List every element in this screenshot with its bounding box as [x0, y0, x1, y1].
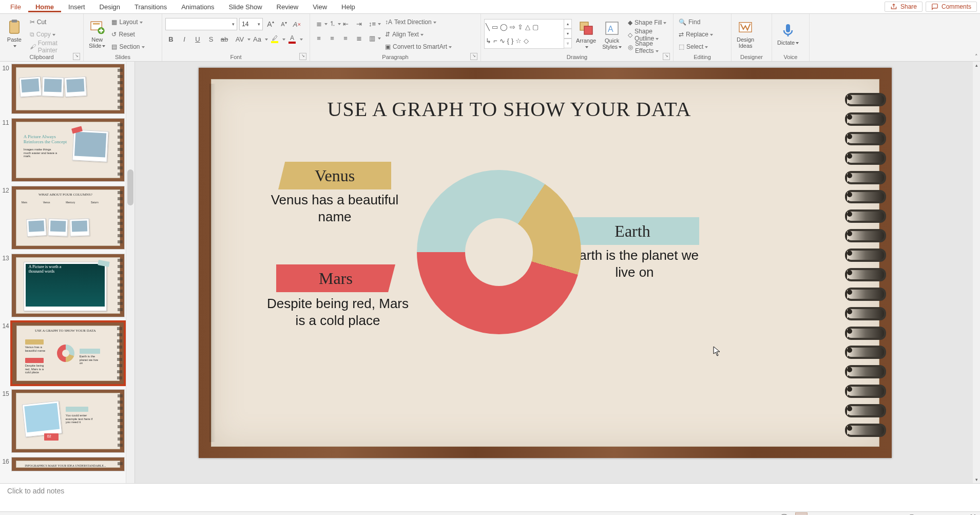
section-button[interactable]: ▤ Section — [109, 42, 146, 52]
view-slideshow-button[interactable]: ▷ — [835, 512, 848, 515]
tab-transitions[interactable]: Transitions — [127, 1, 174, 12]
earth-label-tape[interactable]: Earth — [566, 217, 699, 245]
line-spacing-button[interactable]: ↕≡ — [367, 18, 378, 29]
thumbs-scrollbar[interactable] — [126, 62, 134, 483]
tab-animations[interactable]: Animations — [174, 1, 221, 12]
shape-outline-button[interactable]: ◇ Shape Outline — [626, 30, 670, 40]
thumb-slide-15[interactable]: You could enter example text here if you… — [11, 389, 125, 453]
mars-label-tape[interactable]: Mars — [276, 264, 395, 292]
slide-title[interactable]: USE A GRAPH TO SHOW YOUR DATA — [212, 97, 807, 121]
tab-home[interactable]: Home — [28, 1, 61, 12]
justify-button[interactable]: ≣ — [353, 32, 364, 44]
gallery-scroll-down[interactable]: ▾ — [564, 29, 572, 39]
tab-file[interactable]: File — [3, 1, 28, 12]
strikethrough-button[interactable]: ab — [219, 33, 230, 45]
shape-fill-button[interactable]: ◆ Shape Fill — [626, 17, 670, 28]
reset-button[interactable]: ↺ Reset — [109, 29, 146, 40]
decrease-indent-button[interactable]: ⇤ — [340, 18, 351, 29]
quick-styles-button[interactable]: A Quick Styles — [600, 16, 624, 52]
thumb-slide-16[interactable]: INFOGRAPHICS MAKE YOUR IDEA UNDERSTANDAB… — [11, 457, 125, 471]
bold-button[interactable]: B — [165, 33, 177, 45]
clear-formatting-button[interactable]: A⨯ — [292, 18, 303, 30]
highlight-button[interactable]: 🖊 — [267, 33, 282, 45]
numbering-button[interactable]: ⒈ — [326, 18, 338, 29]
earth-description[interactable]: Earth is the planet we live on — [563, 247, 706, 280]
format-painter-button[interactable]: 🖌 Format Painter — [28, 42, 80, 52]
tab-slideshow[interactable]: Slide Show — [221, 1, 269, 12]
thumb-number: 13 — [0, 254, 9, 262]
arrange-button[interactable]: Arrange — [574, 16, 598, 52]
cut-button[interactable]: ✂ Cut — [28, 17, 80, 27]
align-left-button[interactable]: ≡ — [313, 32, 324, 44]
bullets-button[interactable]: ≣ — [313, 18, 324, 29]
venus-label-tape[interactable]: Venus — [278, 162, 391, 189]
italic-button[interactable]: I — [179, 33, 190, 45]
view-reading-button[interactable]: ▭ — [822, 512, 834, 515]
earth-label: Earth — [614, 222, 650, 241]
gallery-scroll-up[interactable]: ▴ — [564, 19, 572, 29]
select-button[interactable]: ⬚ Select — [677, 42, 715, 52]
font-name-combo[interactable]: ▾ — [165, 18, 237, 30]
increase-font-button[interactable]: A▴ — [265, 18, 276, 30]
thumb-slide-11[interactable]: A Picture AlwaysReinforces the Concept I… — [11, 118, 125, 182]
shadow-button[interactable]: S — [205, 33, 217, 45]
thumb-slide-13[interactable]: A Picture is worth athousand words — [11, 254, 125, 317]
collapse-ribbon-button[interactable]: ˄ — [975, 53, 978, 60]
align-center-button[interactable]: ≡ — [326, 32, 338, 44]
font-launcher[interactable]: ↘ — [299, 53, 306, 60]
find-button[interactable]: 🔍 Find — [677, 17, 715, 27]
share-icon — [890, 3, 897, 10]
donut-chart[interactable] — [417, 170, 581, 334]
tab-insert[interactable]: Insert — [61, 1, 92, 12]
layout-button[interactable]: ▦ Layout — [109, 17, 146, 27]
thumb-slide-12[interactable]: WHAT ABOUT FOUR COLUMNS? MarsVenusMercur… — [11, 186, 125, 250]
thumbs-scroll-handle[interactable] — [127, 169, 133, 205]
gallery-expand[interactable]: ▿ — [564, 39, 572, 48]
font-size-combo[interactable]: 14 ▾ — [239, 18, 263, 30]
tab-help[interactable]: Help — [334, 1, 362, 12]
tab-review[interactable]: Review — [270, 1, 306, 12]
paste-button[interactable]: Paste — [3, 15, 26, 51]
comments-button[interactable]: Comments — [926, 2, 977, 12]
decrease-font-button[interactable]: A▾ — [278, 18, 290, 30]
view-normal-button[interactable]: ▣ — [795, 512, 808, 515]
paragraph-launcher[interactable]: ↘ — [470, 53, 477, 60]
char-spacing-button[interactable]: AV — [232, 33, 247, 45]
notes-panel[interactable]: Click to add notes — [0, 483, 980, 511]
italic-icon: I — [183, 35, 185, 43]
thumb-slide-14[interactable]: USE A GRAPH TO SHOW YOUR DATA Venus has … — [11, 321, 125, 385]
slide-canvas[interactable]: USE A GRAPH TO SHOW YOUR DATA Venus Venu… — [199, 68, 892, 458]
underline-button[interactable]: U — [192, 33, 203, 45]
donut-hole — [465, 218, 533, 286]
font-color-button[interactable]: A — [284, 33, 300, 45]
shape-effects-label: Shape Effects — [635, 40, 668, 54]
text-direction-button[interactable]: ↕A Text Direction — [383, 17, 454, 27]
tab-design[interactable]: Design — [92, 1, 127, 12]
change-case-button[interactable]: Aa — [249, 33, 265, 45]
canvas-scrollbar-vertical[interactable]: ▴ ▾ — [973, 62, 980, 483]
shapes-gallery[interactable]: ╲▭◯⇨⇧△▢ ↳⌐∿{}☆◇ — [484, 19, 564, 49]
increase-indent-button[interactable]: ⇥ — [353, 18, 364, 29]
canvas-scroll-down[interactable]: ▾ — [973, 476, 980, 483]
clipboard-launcher[interactable]: ↘ — [73, 53, 80, 60]
find-icon: 🔍 — [679, 18, 686, 26]
drawing-launcher[interactable]: ↘ — [663, 53, 670, 60]
columns-button[interactable]: ▥ — [367, 32, 378, 44]
tab-view[interactable]: View — [305, 1, 334, 12]
convert-smartart-button[interactable]: ▣ Convert to SmartArt — [383, 42, 454, 52]
select-icon: ⬚ — [679, 43, 684, 50]
shape-effects-button[interactable]: ◎ Shape Effects — [626, 42, 670, 52]
align-right-button[interactable]: ≡ — [340, 32, 351, 44]
share-button[interactable]: Share — [885, 2, 923, 12]
venus-description[interactable]: Venus has a beautiful name — [268, 192, 401, 225]
canvas-scroll-up[interactable]: ▴ — [973, 62, 980, 69]
align-text-button[interactable]: ⇵ Align Text — [383, 29, 454, 40]
thumb-slide-10[interactable] — [11, 64, 125, 114]
new-slide-button[interactable]: New Slide — [87, 15, 107, 51]
design-ideas-button[interactable]: Design Ideas — [735, 15, 756, 51]
view-sorter-button[interactable]: ▦ — [809, 512, 821, 515]
dictate-button[interactable]: Dictate — [775, 15, 801, 51]
replace-button[interactable]: ⇄ Replace — [677, 29, 715, 40]
copy-button[interactable]: ⧉ Copy — [28, 29, 80, 40]
mars-description[interactable]: Despite being red, Mars is a cold place — [261, 295, 415, 329]
